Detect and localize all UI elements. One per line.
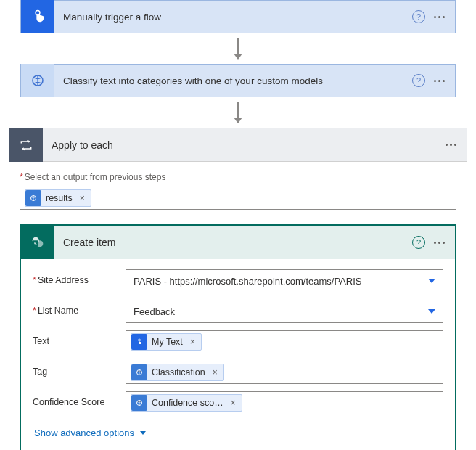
site-address-value: PARIS - https://microsoft.sharepoint.com… bbox=[134, 276, 362, 287]
remove-pill-button[interactable]: × bbox=[187, 337, 198, 347]
create-item-header[interactable]: S Create item ? bbox=[21, 226, 455, 259]
select-output-label: Select an output from previous steps bbox=[20, 172, 456, 182]
more-menu-button[interactable] bbox=[434, 80, 445, 82]
text-input[interactable]: My Text × bbox=[126, 330, 443, 353]
dynamic-content-pill-mytext[interactable]: My Text × bbox=[131, 333, 202, 351]
classify-card[interactable]: Classify text into categories with one o… bbox=[20, 64, 456, 97]
text-label: Text bbox=[33, 330, 126, 346]
confidence-input[interactable]: Confidence sco… × bbox=[126, 391, 443, 414]
list-name-value: Feedback bbox=[134, 306, 175, 317]
dynamic-content-pill-classification[interactable]: Classification × bbox=[131, 364, 224, 381]
create-item-card: S Create item ? Site Address PAR bbox=[20, 224, 456, 450]
help-icon[interactable]: ? bbox=[412, 236, 425, 249]
loop-icon bbox=[9, 128, 43, 162]
remove-pill-button[interactable]: × bbox=[77, 193, 88, 203]
ai-builder-icon bbox=[25, 190, 41, 206]
remove-pill-button[interactable]: × bbox=[210, 367, 221, 377]
pill-label: Classification bbox=[152, 367, 205, 377]
trigger-title: Manually trigger a flow bbox=[54, 12, 412, 22]
site-address-label: Site Address bbox=[33, 269, 126, 285]
site-address-select[interactable]: PARIS - https://microsoft.sharepoint.com… bbox=[126, 269, 443, 292]
create-item-title: Create item bbox=[54, 237, 412, 248]
svg-point-7 bbox=[139, 339, 141, 341]
ai-builder-icon bbox=[131, 364, 147, 380]
list-name-select[interactable]: Feedback bbox=[126, 300, 443, 323]
dynamic-content-pill-results[interactable]: results × bbox=[25, 189, 91, 207]
touch-icon bbox=[21, 0, 54, 33]
connector-arrow bbox=[0, 97, 476, 128]
chevron-down-icon bbox=[140, 431, 146, 435]
classify-title: Classify text into categories with one o… bbox=[54, 75, 412, 86]
apply-to-each-header[interactable]: Apply to each bbox=[9, 128, 467, 162]
tag-label: Tag bbox=[33, 361, 126, 377]
chevron-down-icon bbox=[428, 309, 435, 314]
sharepoint-icon: S bbox=[21, 226, 54, 259]
pill-label: Confidence sco… bbox=[152, 398, 223, 408]
select-output-input[interactable]: results × bbox=[20, 187, 456, 210]
pill-label: My Text bbox=[152, 337, 183, 347]
more-menu-button[interactable] bbox=[446, 144, 456, 146]
svg-text:S: S bbox=[34, 241, 37, 246]
pill-label: results bbox=[46, 193, 73, 203]
more-menu-button[interactable] bbox=[434, 242, 445, 244]
connector-arrow bbox=[0, 33, 476, 64]
apply-to-each-card: Apply to each Select an output from prev… bbox=[9, 128, 467, 450]
dynamic-content-pill-confidence[interactable]: Confidence sco… × bbox=[131, 394, 242, 412]
advanced-options-label: Show advanced options bbox=[34, 428, 134, 438]
ai-builder-icon bbox=[131, 395, 147, 411]
touch-icon bbox=[131, 334, 147, 350]
remove-pill-button[interactable]: × bbox=[228, 398, 239, 408]
help-icon[interactable]: ? bbox=[412, 10, 425, 23]
trigger-card[interactable]: Manually trigger a flow ? bbox=[20, 0, 456, 33]
ai-builder-icon bbox=[21, 64, 54, 97]
more-menu-button[interactable] bbox=[434, 16, 445, 18]
tag-input[interactable]: Classification × bbox=[126, 361, 443, 384]
help-icon[interactable]: ? bbox=[412, 74, 425, 87]
list-name-label: List Name bbox=[33, 300, 126, 316]
chevron-down-icon bbox=[428, 279, 435, 283]
apply-to-each-title: Apply to each bbox=[43, 139, 446, 151]
show-advanced-options-link[interactable]: Show advanced options bbox=[33, 422, 146, 444]
confidence-label: Confidence Score bbox=[33, 391, 126, 407]
